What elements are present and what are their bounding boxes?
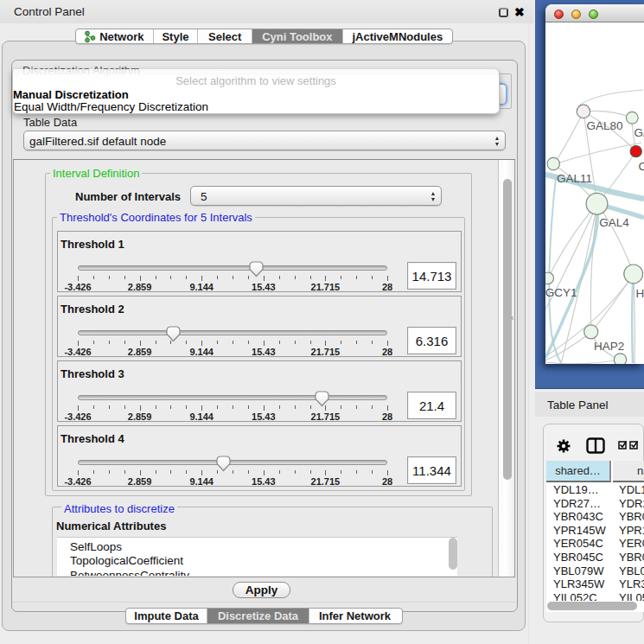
svg-text:GAL80: GAL80 (586, 119, 622, 132)
svg-text:CY: CY (639, 160, 644, 173)
svg-text:GAL4: GAL4 (599, 216, 629, 229)
svg-text:GAL11: GAL11 (557, 172, 592, 185)
svg-text:HI: HI (636, 287, 644, 300)
svg-text:HAP2: HAP2 (594, 340, 624, 353)
svg-text:GCY1: GCY1 (545, 286, 577, 299)
svg-text:GA: GA (634, 126, 644, 139)
